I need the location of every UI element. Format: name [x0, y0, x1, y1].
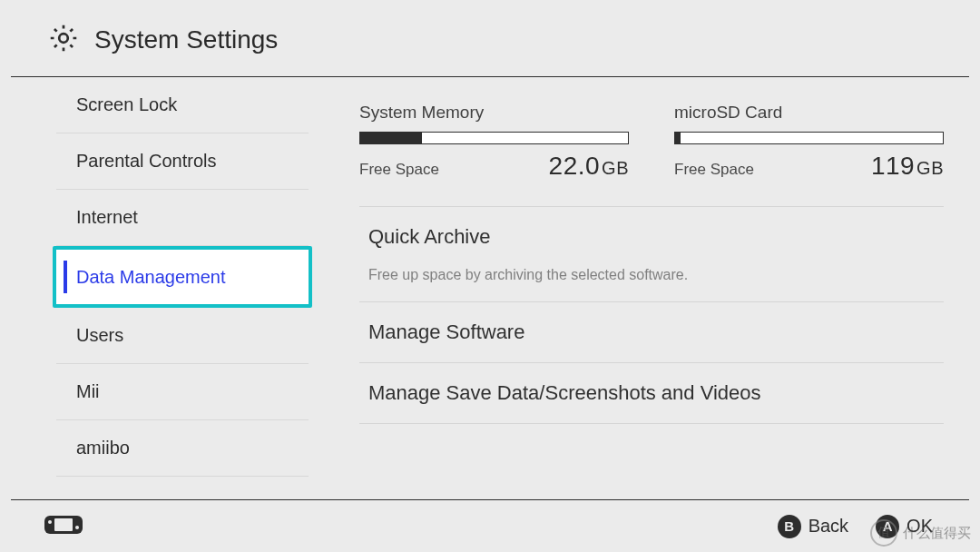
watermark-badge: 值 — [870, 519, 897, 547]
sd-card-title: microSD Card — [674, 103, 944, 123]
system-memory-number: 22.0 — [549, 152, 601, 180]
watermark-text: 什么值得买 — [903, 525, 971, 542]
menu-manage-save-data-title: Manage Save Data/Screenshots and Videos — [368, 381, 935, 405]
header: System Settings — [0, 0, 980, 76]
sidebar-item-parental-controls[interactable]: Parental Controls — [56, 133, 309, 190]
system-memory-fill — [360, 133, 422, 143]
back-button[interactable]: B Back — [778, 515, 848, 538]
page-title: System Settings — [94, 25, 278, 54]
sd-card-free-row: Free Space 119GB — [674, 152, 944, 181]
sd-card-free-label: Free Space — [674, 161, 754, 179]
system-memory-block: System Memory Free Space 22.0GB — [359, 103, 629, 181]
sd-card-value: 119GB — [871, 152, 944, 181]
sidebar-item-label: Users — [76, 325, 123, 346]
sidebar-item-screen-lock[interactable]: Screen Lock — [56, 77, 309, 133]
footer-left — [44, 515, 83, 538]
menu-manage-save-data[interactable]: Manage Save Data/Screenshots and Videos — [359, 362, 944, 424]
system-memory-free-row: Free Space 22.0GB — [359, 152, 629, 181]
svg-point-3 — [48, 520, 52, 524]
body: Screen Lock Parental Controls Internet D… — [0, 77, 980, 495]
sidebar-item-label: Internet — [76, 207, 138, 228]
b-button-icon: B — [778, 515, 801, 538]
menu-manage-software-title: Manage Software — [368, 320, 935, 344]
sidebar-item-amiibo[interactable]: amiibo — [56, 420, 309, 477]
sidebar-item-label: Screen Lock — [76, 94, 177, 115]
system-memory-free-label: Free Space — [359, 161, 439, 179]
system-memory-bar — [359, 132, 629, 144]
sidebar-item-label: Data Management — [76, 267, 226, 288]
sidebar-item-label: Parental Controls — [76, 151, 217, 172]
svg-rect-2 — [54, 518, 73, 531]
sd-card-number: 119 — [871, 152, 915, 180]
sd-card-bar — [674, 132, 944, 144]
system-memory-unit: GB — [602, 158, 629, 178]
sidebar: Screen Lock Parental Controls Internet D… — [0, 77, 309, 495]
controller-icon — [44, 522, 83, 537]
menu-quick-archive-desc: Free up space by archiving the selected … — [368, 267, 935, 283]
sd-card-unit: GB — [916, 158, 944, 178]
content-pane: System Memory Free Space 22.0GB microSD … — [309, 77, 980, 495]
menu-quick-archive-title: Quick Archive — [368, 225, 935, 249]
sidebar-item-mii[interactable]: Mii — [56, 364, 309, 420]
sidebar-item-label: amiibo — [76, 438, 130, 458]
menu-quick-archive[interactable]: Quick Archive Free up space by archiving… — [359, 206, 944, 301]
footer: B Back A OK — [11, 499, 969, 552]
sd-card-block: microSD Card Free Space 119GB — [674, 103, 944, 181]
system-memory-title: System Memory — [359, 103, 629, 123]
svg-point-4 — [75, 526, 79, 529]
gear-icon — [47, 22, 80, 58]
sidebar-item-label: Mii — [76, 381, 100, 402]
menu-manage-software[interactable]: Manage Software — [359, 301, 944, 362]
sidebar-item-users[interactable]: Users — [56, 308, 309, 364]
back-label: Back — [808, 516, 848, 537]
sd-card-fill — [675, 133, 681, 143]
svg-point-0 — [59, 34, 68, 43]
sidebar-item-internet[interactable]: Internet — [56, 190, 309, 246]
watermark: 值 什么值得买 — [870, 519, 971, 547]
sidebar-item-data-management[interactable]: Data Management — [53, 246, 312, 308]
system-memory-value: 22.0GB — [549, 152, 629, 181]
storage-row: System Memory Free Space 22.0GB microSD … — [359, 103, 944, 206]
